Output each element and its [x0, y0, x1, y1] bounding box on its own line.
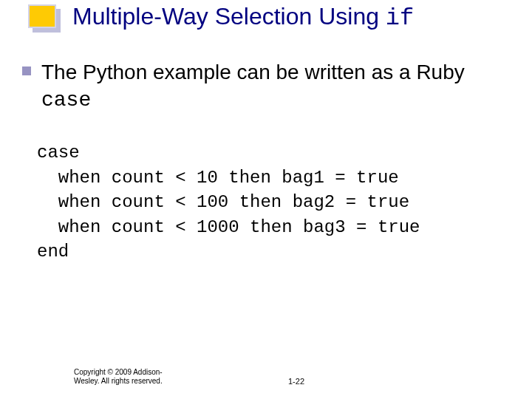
footer: Copyright © 2009 Addison- Wesley. All ri…: [74, 368, 458, 386]
bullet-prefix: The Python example can be written as a R…: [41, 61, 465, 83]
code-block: case when count < 10 then bag1 = true wh…: [37, 140, 420, 265]
copyright: Copyright © 2009 Addison- Wesley. All ri…: [74, 368, 170, 386]
code-line: when count < 10 then bag1 = true: [37, 168, 399, 188]
slide: Multiple-Way Selection Using if The Pyth…: [0, 0, 532, 399]
code-line: when count < 100 then bag2 = true: [37, 192, 409, 212]
code-line: when count < 1000 then bag3 = true: [37, 217, 420, 237]
bullet-marker-icon: [22, 66, 31, 75]
copyright-line2: Wesley. All rights reserved.: [74, 377, 163, 385]
bullet-code: case: [41, 89, 91, 112]
code-line: end: [37, 242, 69, 262]
title-accent-square: [28, 4, 56, 28]
title-text: Multiple-Way Selection Using: [72, 3, 386, 30]
slide-title: Multiple-Way Selection Using if: [72, 3, 517, 32]
bullet-text: The Python example can be written as a R…: [41, 59, 510, 114]
bullet-item: The Python example can be written as a R…: [22, 59, 510, 114]
copyright-line1: Copyright © 2009 Addison-: [74, 368, 163, 376]
page-number: 1-22: [288, 377, 304, 386]
title-code: if: [386, 4, 414, 32]
code-line: case: [37, 143, 80, 163]
